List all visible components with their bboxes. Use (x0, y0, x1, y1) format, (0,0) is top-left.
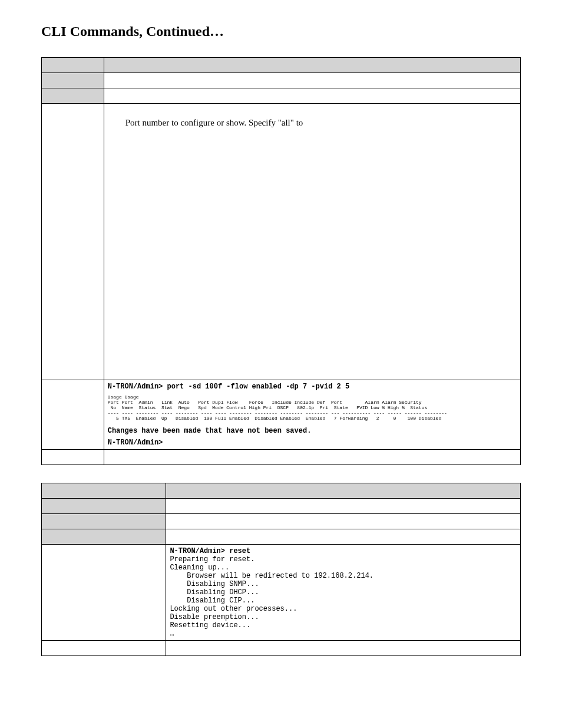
changes-msg: Changes have been made that have not bee… (108, 427, 312, 435)
table-port-command: Port number to configure or show. Specif… (41, 57, 521, 465)
cell: Port number to configure or show. Specif… (104, 104, 520, 380)
cell (166, 641, 521, 656)
cell (166, 529, 521, 545)
cell (166, 483, 521, 499)
cmd-line: N-TRON/Admin> port -sd 100f -flow enable… (108, 383, 349, 391)
cell (42, 380, 104, 450)
cell-reset-output: N-TRON/Admin> reset Preparing for reset.… (166, 545, 521, 641)
cell (104, 73, 520, 88)
cell (42, 58, 104, 73)
cell (42, 545, 166, 641)
cell (42, 88, 104, 104)
cell (42, 499, 166, 514)
reset-cmd: N-TRON/Admin> reset (170, 547, 250, 555)
prompt: N-TRON/Admin> (108, 439, 163, 447)
page-title: CLI Commands, Continued… (41, 24, 521, 39)
cell (42, 529, 166, 545)
cell (42, 450, 104, 465)
cell-example: N-TRON/Admin> port -sd 100f -flow enable… (104, 380, 520, 450)
reset-output: Preparing for reset. Cleaning up... Brow… (170, 555, 517, 638)
cell (42, 514, 166, 529)
cell (42, 73, 104, 88)
cell (166, 499, 521, 514)
table-reset-command: N-TRON/Admin> reset Preparing for reset.… (41, 483, 521, 656)
param-description: Port number to configure or show. Specif… (108, 106, 517, 128)
cell (42, 641, 166, 656)
cell (104, 450, 520, 465)
cell (104, 88, 520, 104)
cell (42, 483, 166, 499)
cell (104, 58, 520, 73)
cell (42, 104, 104, 380)
cell (166, 514, 521, 529)
usage-output: Usage Usage Port Port Admin Link Auto Po… (108, 394, 517, 421)
